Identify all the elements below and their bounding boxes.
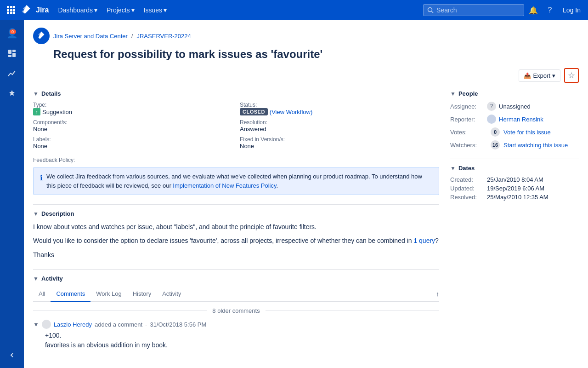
main-content: Jira Server and Data Center / JRASERVER-…: [24, 20, 588, 367]
search-input[interactable]: [436, 6, 505, 14]
svg-rect-13: [8, 55, 11, 57]
sidebar-plugins-icon[interactable]: [3, 85, 21, 103]
votes-row: Votes: 0 Vote for this issue: [450, 127, 579, 137]
watchers-link[interactable]: Start watching this issue: [503, 142, 568, 149]
comment-author-link[interactable]: Laszlo Heredy: [54, 321, 92, 328]
reporter-avatar: [487, 115, 496, 124]
detail-fixed-version: Fixed in Version/s: None: [240, 136, 439, 150]
tab-activity[interactable]: Activity: [157, 287, 187, 302]
collapse-desc-icon: ▼: [33, 211, 39, 217]
breadcrumb: Jira Server and Data Center / JRASERVER-…: [33, 28, 579, 44]
svg-rect-14: [12, 53, 16, 57]
left-sidebar: 👤 0: [0, 20, 24, 367]
detail-resolution: Resolution: Answered: [240, 119, 439, 132]
sidebar-analytics-icon[interactable]: [3, 64, 21, 83]
chevron-down-icon: ▾: [552, 72, 555, 79]
tab-comments[interactable]: Comments: [51, 287, 90, 302]
dates-header[interactable]: ▼ Dates: [450, 165, 579, 172]
resolved-row: Resolved: 25/May/2010 12:35 AM: [450, 194, 579, 201]
issue-body: ▼ Details Type: ↑ Suggestion Status:: [33, 90, 579, 359]
svg-rect-5: [13, 9, 15, 12]
description-header[interactable]: ▼ Description: [33, 210, 439, 217]
issues-menu[interactable]: Issues ▾: [140, 5, 170, 16]
detail-components: Component/s: None: [33, 119, 232, 132]
activity-header[interactable]: ▼ Activity: [33, 275, 439, 282]
notifications-icon[interactable]: 🔔: [526, 3, 541, 17]
svg-point-9: [428, 8, 432, 12]
detail-feedback: Feedback Policy: ℹ We collect Jira feedb…: [33, 157, 439, 195]
watchers-row: Watchers: 16 Start watching this issue: [450, 140, 579, 150]
sidebar-home-icon[interactable]: 👤 0: [3, 24, 21, 42]
sidebar-collapse-icon[interactable]: [3, 346, 21, 364]
updated-row: Updated: 19/Sep/2019 6:06 AM: [450, 185, 579, 192]
details-header[interactable]: ▼ Details: [33, 90, 439, 97]
tab-history[interactable]: History: [127, 287, 157, 302]
issue-title: Request for possibility to mark issues a…: [53, 48, 579, 61]
logo-text: Jira: [36, 6, 49, 14]
status-badge: CLOSED: [240, 108, 268, 115]
divider-2: [33, 269, 439, 270]
people-header[interactable]: ▼ People: [450, 90, 579, 97]
comment-block: ▼ Laszlo Heredy added a comment - 31/Oct…: [33, 320, 439, 350]
feedback-info-box: ℹ We collect Jira feedback from various …: [33, 167, 439, 195]
detail-status: Status: CLOSED (View Workflow): [240, 102, 439, 115]
svg-rect-2: [13, 6, 15, 8]
star-icon: ☆: [568, 70, 575, 80]
query-link[interactable]: 1 query: [413, 237, 435, 244]
collapse-people-icon: ▼: [450, 91, 456, 97]
suggestion-icon: ↑: [33, 108, 40, 115]
breadcrumb-project-link[interactable]: Jira Server and Data Center: [53, 33, 128, 40]
feedback-policy-link[interactable]: Implementation of New Features Policy: [173, 182, 276, 189]
search-bar[interactable]: [423, 4, 524, 16]
collapse-details-icon: ▼: [33, 91, 39, 97]
comment-text: +100. favorites is an obvious addition i…: [45, 331, 439, 350]
sidebar-divider-1: [450, 159, 579, 159]
info-icon: ℹ: [40, 172, 43, 190]
tab-worklog[interactable]: Work Log: [90, 287, 127, 302]
apps-grid-icon[interactable]: [4, 3, 18, 17]
divider-1: [33, 204, 439, 205]
detail-type: Type: ↑ Suggestion: [33, 102, 232, 115]
svg-rect-7: [10, 12, 12, 14]
project-icon: [33, 28, 50, 44]
top-navigation: Jira Dashboards ▾ Projects ▾ Issues ▾ 🔔 …: [0, 0, 588, 20]
svg-line-10: [432, 12, 434, 13]
notification-badge: 0: [10, 29, 16, 34]
vote-count: 0: [491, 127, 500, 137]
older-comments-separator: 8 older comments: [33, 307, 439, 314]
assignee-row: Assignee: ? Unassigned: [450, 102, 579, 111]
toolbar: 📤 Export ▾ ☆: [33, 68, 579, 83]
details-section: ▼ Details Type: ↑ Suggestion Status:: [33, 90, 439, 195]
activity-tabs: All Comments Work Log History Activity ↑: [33, 287, 439, 302]
issue-sidebar: ▼ People Assignee: ? Unassigned Reporter…: [450, 90, 579, 359]
projects-menu[interactable]: Projects ▾: [103, 5, 138, 16]
tab-all[interactable]: All: [33, 287, 51, 302]
comment-toggle[interactable]: ▼: [33, 321, 39, 328]
sidebar-board-icon[interactable]: [3, 44, 21, 63]
star-button[interactable]: ☆: [564, 68, 579, 83]
svg-rect-6: [7, 12, 9, 14]
dashboards-menu[interactable]: Dashboards ▾: [54, 5, 101, 16]
watchers-count: 16: [491, 140, 500, 150]
login-button[interactable]: Log In: [559, 5, 584, 16]
export-icon: 📤: [524, 72, 531, 79]
issue-main-column: ▼ Details Type: ↑ Suggestion Status:: [33, 90, 439, 359]
breadcrumb-issue-key[interactable]: JRASERVER-20224: [136, 33, 191, 40]
details-grid: Type: ↑ Suggestion Status: CLOSED (View …: [33, 102, 439, 150]
view-workflow-link[interactable]: (View Workflow): [270, 109, 312, 115]
collapse-activity-icon: ▼: [33, 276, 39, 282]
reporter-link[interactable]: Herman Rensink: [499, 116, 543, 123]
svg-rect-11: [8, 50, 11, 54]
assignee-avatar: ?: [487, 102, 496, 111]
scroll-up-icon[interactable]: ↑: [436, 290, 439, 298]
people-section: ▼ People Assignee: ? Unassigned Reporter…: [450, 90, 579, 150]
svg-rect-1: [10, 6, 12, 8]
description-text: I know about votes and watches per issue…: [33, 222, 439, 260]
jira-logo[interactable]: Jira: [20, 4, 49, 17]
export-button[interactable]: 📤 Export ▾: [519, 69, 560, 82]
svg-rect-12: [12, 50, 16, 52]
collapse-dates-icon: ▼: [450, 165, 456, 172]
vote-link[interactable]: Vote for this issue: [503, 129, 551, 136]
help-icon[interactable]: ?: [543, 3, 557, 17]
detail-labels: Labels: None: [33, 136, 232, 150]
